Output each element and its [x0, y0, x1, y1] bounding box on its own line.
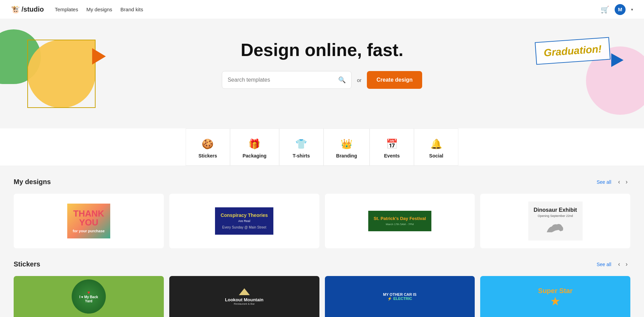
- cat-icon-events: 📅: [386, 138, 398, 150]
- card-sub-text: Opening September 22nd: [534, 214, 577, 218]
- cat-icon-social: 🔔: [430, 138, 442, 150]
- card-detail-text: Every Sunday @ Main Street: [220, 225, 268, 229]
- categories-section: 🍪 Stickers 🎁 Packaging 👕 T-shirts 👑 Bran…: [0, 128, 644, 166]
- card-sub-text: for your purchase: [73, 229, 105, 233]
- category-item-social[interactable]: 🔔 Social: [414, 128, 458, 166]
- avatar[interactable]: M: [615, 4, 626, 15]
- cat-icon-stickers: 🍪: [202, 138, 214, 150]
- sticker-content: Super Star: [480, 276, 630, 317]
- sticker-card-electric[interactable]: MY OTHER CAR IS ⚡ ELECTRIC: [325, 276, 475, 317]
- my-designs-section: My designs See all ‹ › THANKYOU for your…: [0, 166, 644, 254]
- card-main-text: THANKYOU: [73, 209, 105, 227]
- logo-icon: 🐮: [11, 5, 20, 14]
- search-box: 🔍: [222, 71, 352, 89]
- card-content: St. Patrick's Day Festival March 17th 5A…: [368, 211, 431, 231]
- card-content: Dinosaur Exhibit Opening September 22nd: [528, 202, 583, 241]
- stickers-header: Stickers See all ‹ ›: [14, 259, 630, 269]
- design-card-stpatrick[interactable]: St. Patrick's Day Festival March 17th 5A…: [325, 194, 475, 248]
- dinosaur-icon: [545, 220, 566, 234]
- sticker-text: MY OTHER CAR IS: [383, 292, 416, 297]
- stickers-cards: ♥ I ♥ My Back Yard Lookout Mountain Rest…: [14, 276, 630, 317]
- cat-label-events: Events: [384, 153, 400, 158]
- category-item-events[interactable]: 📅 Events: [370, 128, 414, 166]
- nav-templates[interactable]: Templates: [55, 6, 78, 12]
- sticker-content: Lookout Mountain Restaurant & Bar: [169, 276, 319, 317]
- design-card-conspiracy[interactable]: Conspiracy Theories Are Real Every Sunda…: [169, 194, 319, 248]
- category-item-stickers[interactable]: 🍪 Stickers: [186, 128, 230, 166]
- cat-icon-packaging: 🎁: [248, 138, 260, 150]
- star-icon: [550, 296, 560, 306]
- design-card-inner: St. Patrick's Day Festival March 17th 5A…: [325, 194, 475, 248]
- heart-icon: ♥: [87, 290, 90, 295]
- svg-marker-1: [551, 297, 560, 305]
- sticker-card-mountain[interactable]: Lookout Mountain Restaurant & Bar: [169, 276, 319, 317]
- sticker-card-superstar[interactable]: Super Star: [480, 276, 630, 317]
- sticker-card-inner: MY OTHER CAR IS ⚡ ELECTRIC: [325, 276, 475, 317]
- navbar: 🐮 /studio Templates My designs Brand kit…: [0, 0, 644, 19]
- avatar-dropdown-icon[interactable]: ▾: [631, 7, 633, 12]
- cat-icon-t-shirts: 👕: [295, 138, 307, 150]
- cart-icon[interactable]: 🛒: [601, 5, 609, 14]
- card-main-text: Dinosaur Exhibit: [534, 207, 577, 213]
- cat-icon-branding: 👑: [341, 138, 353, 150]
- or-label: or: [357, 77, 361, 83]
- hero-title: Design online, fast.: [0, 40, 644, 60]
- design-card-inner: THANKYOU for your purchase: [14, 194, 164, 248]
- sticker-card-inner: ♥ I ♥ My Back Yard: [14, 276, 164, 317]
- my-designs-prev-button[interactable]: ‹: [615, 177, 623, 187]
- hero-section: Graduation! Design online, fast. 🔍 or Cr…: [0, 19, 644, 128]
- card-sub-text: Are Real: [220, 219, 268, 223]
- sticker-card-backyard[interactable]: ♥ I ♥ My Back Yard: [14, 276, 164, 317]
- my-designs-see-all[interactable]: See all: [597, 179, 611, 185]
- design-card-inner: Dinosaur Exhibit Opening September 22nd: [480, 194, 630, 248]
- sticker-content: ♥ I ♥ My Back Yard: [72, 279, 106, 314]
- design-card-dinosaur[interactable]: Dinosaur Exhibit Opening September 22nd: [480, 194, 630, 248]
- my-designs-title: My designs: [14, 178, 597, 186]
- design-card-thankyou[interactable]: THANKYOU for your purchase: [14, 194, 164, 248]
- category-item-branding[interactable]: 👑 Branding: [324, 128, 370, 166]
- nav-my-designs[interactable]: My designs: [86, 6, 112, 12]
- search-input[interactable]: [228, 77, 338, 83]
- stickers-next-button[interactable]: ›: [623, 259, 630, 269]
- sticker-highlight-text: ⚡ ELECTRIC: [387, 297, 412, 301]
- logo-text: /studio: [22, 5, 44, 13]
- mountain-icon: [238, 288, 251, 296]
- stickers-title: Stickers: [14, 260, 597, 268]
- hero-search-row: 🔍 or Create design: [0, 71, 644, 89]
- sticker-text: I ♥ My Back Yard: [77, 295, 100, 303]
- navbar-right: 🛒 M ▾: [601, 4, 633, 15]
- sticker-content: MY OTHER CAR IS ⚡ ELECTRIC: [325, 276, 475, 317]
- category-item-packaging[interactable]: 🎁 Packaging: [230, 128, 279, 166]
- stickers-section: Stickers See all ‹ › ♥ I ♥ My Back Yard: [0, 254, 644, 317]
- cat-label-packaging: Packaging: [243, 153, 267, 158]
- stickers-prev-button[interactable]: ‹: [615, 259, 623, 269]
- card-content: Conspiracy Theories Are Real Every Sunda…: [215, 207, 273, 235]
- cat-label-social: Social: [429, 153, 443, 158]
- card-main-text: Conspiracy Theories: [220, 213, 268, 218]
- my-designs-cards: THANKYOU for your purchase Conspiracy Th…: [14, 194, 630, 248]
- create-design-button[interactable]: Create design: [367, 71, 422, 89]
- cat-label-stickers: Stickers: [199, 153, 217, 158]
- card-sub-text: March 17th 5AM - 7PM: [374, 223, 426, 226]
- cat-label-t-shirts: T-shirts: [292, 153, 310, 158]
- search-icon: 🔍: [338, 76, 346, 84]
- card-content: THANKYOU for your purchase: [67, 204, 110, 238]
- category-item-t-shirts[interactable]: 👕 T-shirts: [279, 128, 324, 166]
- sticker-card-inner: Lookout Mountain Restaurant & Bar: [169, 276, 319, 317]
- card-main-text: St. Patrick's Day Festival: [374, 216, 426, 221]
- sticker-card-inner: Super Star: [480, 276, 630, 317]
- sticker-sub-text: Restaurant & Bar: [234, 302, 255, 305]
- cat-label-branding: Branding: [336, 153, 357, 158]
- design-card-inner: Conspiracy Theories Are Real Every Sunda…: [169, 194, 319, 248]
- sticker-text: Super Star: [538, 287, 573, 295]
- svg-marker-0: [239, 288, 250, 295]
- sticker-main-text: Lookout Mountain: [225, 297, 263, 302]
- stickers-see-all[interactable]: See all: [597, 262, 611, 267]
- main-nav: Templates My designs Brand kits: [55, 6, 143, 12]
- logo[interactable]: 🐮 /studio: [11, 5, 44, 14]
- my-designs-header: My designs See all ‹ ›: [14, 177, 630, 187]
- my-designs-next-button[interactable]: ›: [623, 177, 630, 187]
- nav-brand-kits[interactable]: Brand kits: [120, 6, 143, 12]
